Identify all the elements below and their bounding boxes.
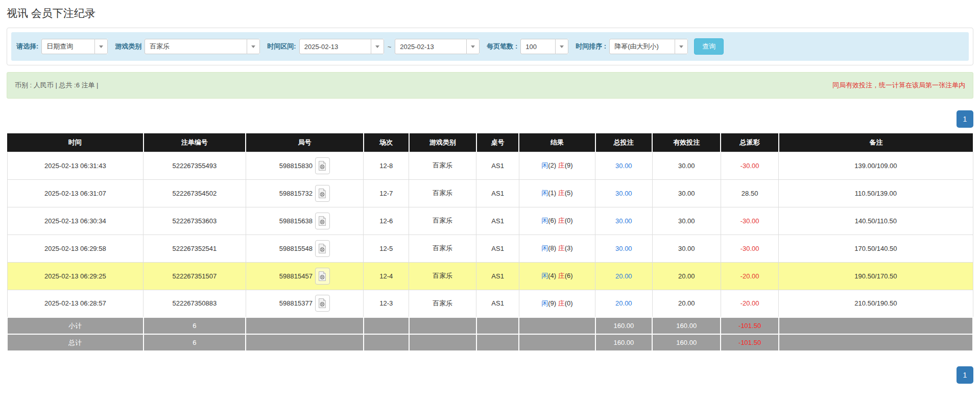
video-file-icon xyxy=(318,298,326,308)
result-banker-score: (0) xyxy=(565,217,573,224)
page-button-1[interactable]: 1 xyxy=(957,366,973,384)
round-id-text: 598815732 xyxy=(279,190,313,197)
result-player-label: 闲 xyxy=(541,299,548,307)
result-banker-label: 庄 xyxy=(558,161,565,169)
cell-session: 12-5 xyxy=(364,235,409,262)
cell-valid-bet: 30.00 xyxy=(652,207,721,235)
table-row: 2025-02-13 06:29:25522267351507598815457… xyxy=(7,262,973,290)
column-header: 备注 xyxy=(779,133,973,152)
round-id-text: 598815638 xyxy=(279,217,313,225)
result-banker-label: 庄 xyxy=(558,189,565,197)
result-banker-score: (0) xyxy=(565,299,573,307)
video-replay-button[interactable] xyxy=(315,240,330,257)
round-id-text: 598815457 xyxy=(279,272,313,280)
cell-table-no: AS1 xyxy=(476,207,519,235)
round-id-text: 598815377 xyxy=(279,299,313,307)
result-banker-score: (9) xyxy=(565,161,573,169)
footer-empty-cell xyxy=(476,317,519,334)
cell-total-bet[interactable]: 30.00 xyxy=(595,207,653,235)
round-id-text: 598815830 xyxy=(279,162,313,170)
cell-total-bet[interactable]: 20.00 xyxy=(595,262,653,290)
result-banker-label: 庄 xyxy=(558,272,565,279)
column-header: 注单编号 xyxy=(144,133,246,152)
cell-total-bet[interactable]: 20.00 xyxy=(595,290,653,317)
column-header: 结果 xyxy=(519,133,595,152)
cell-table-no: AS1 xyxy=(476,235,519,262)
result-player-score: (1) xyxy=(548,189,556,197)
cell-total-bet[interactable]: 30.00 xyxy=(595,179,653,207)
cell-bet-id: 522267353603 xyxy=(144,207,246,235)
game-type-value: 百家乐 xyxy=(145,39,247,54)
page-title: 视讯 会员下注纪录 xyxy=(7,6,973,20)
cell-valid-bet: 20.00 xyxy=(652,290,721,317)
cell-total-bet[interactable]: 30.00 xyxy=(595,152,653,179)
result-player-score: (9) xyxy=(548,299,556,307)
column-header: 游戏类别 xyxy=(409,133,476,152)
result-player-label: 闲 xyxy=(541,161,548,169)
chevron-down-icon[interactable] xyxy=(466,39,480,54)
cell-result: 闲(8) 庄(3) xyxy=(519,235,595,262)
page-button-1[interactable]: 1 xyxy=(957,110,973,128)
table-row: 2025-02-13 06:28:57522267350883598815377… xyxy=(7,290,973,317)
cell-total-bet[interactable]: 30.00 xyxy=(595,235,653,262)
footer-empty-cell xyxy=(779,317,973,334)
cell-round-id: 598815732 xyxy=(246,179,364,207)
search-button[interactable]: 查询 xyxy=(694,38,724,55)
sort-order-select[interactable]: 降幂(由大到小) xyxy=(609,39,688,54)
round-id-group: 598815732 xyxy=(279,185,330,202)
cell-table-no: AS1 xyxy=(476,290,519,317)
video-replay-button[interactable] xyxy=(315,295,330,312)
result-player-label: 闲 xyxy=(541,189,548,197)
query-type-select[interactable]: 日期查询 xyxy=(41,39,108,54)
query-type-value: 日期查询 xyxy=(41,39,94,54)
footer-payout: -101.50 xyxy=(721,334,778,351)
cell-payout: 28.50 xyxy=(721,179,778,207)
date-from-select[interactable]: 2025-02-13 xyxy=(299,39,384,54)
chevron-down-icon[interactable] xyxy=(555,39,568,54)
cell-payout: -20.00 xyxy=(721,290,778,317)
video-replay-button[interactable] xyxy=(315,157,330,174)
footer-total-bet: 160.00 xyxy=(595,334,653,351)
page-size-select[interactable]: 100 xyxy=(520,39,568,54)
footer-total-bet: 160.00 xyxy=(595,317,653,334)
filter-bar: 请选择: 日期查询 游戏类别 百家乐 时间区间: 2025-02-13 ~ 20… xyxy=(11,32,969,61)
column-header: 时间 xyxy=(7,133,144,152)
result-banker-score: (5) xyxy=(565,189,573,197)
round-id-group: 598815830 xyxy=(279,157,330,174)
video-replay-button[interactable] xyxy=(315,213,330,229)
cell-result: 闲(2) 庄(9) xyxy=(519,152,595,179)
summary-note: 同局有效投注，统一计算在该局第一张注单内 xyxy=(832,81,965,90)
cell-time: 2025-02-13 06:31:07 xyxy=(7,179,144,207)
cell-payout: -30.00 xyxy=(721,207,778,235)
chevron-down-icon[interactable] xyxy=(675,39,688,54)
cell-bet-id: 522267354502 xyxy=(144,179,246,207)
cell-session: 12-3 xyxy=(364,290,409,317)
video-file-icon xyxy=(318,161,326,171)
pagination-top: 1 xyxy=(7,110,973,128)
footer-empty-cell xyxy=(246,334,364,351)
total-row: 总计6160.00160.00-101.50 xyxy=(7,334,973,351)
result-player-label: 闲 xyxy=(541,272,548,279)
date-to-value: 2025-02-13 xyxy=(395,39,466,54)
cell-game-type: 百家乐 xyxy=(409,152,476,179)
chevron-down-icon[interactable] xyxy=(247,39,260,54)
video-replay-button[interactable] xyxy=(315,268,330,285)
footer-empty-cell xyxy=(519,317,595,334)
footer-label: 总计 xyxy=(7,334,144,351)
video-file-icon xyxy=(318,271,326,281)
footer-payout: -101.50 xyxy=(721,317,778,334)
cell-game-type: 百家乐 xyxy=(409,207,476,235)
round-id-group: 598815457 xyxy=(279,268,330,285)
game-type-select[interactable]: 百家乐 xyxy=(145,39,260,54)
cell-result: 闲(4) 庄(6) xyxy=(519,262,595,290)
result-banker-label: 庄 xyxy=(558,244,565,252)
round-id-group: 598815377 xyxy=(279,295,330,312)
chevron-down-icon[interactable] xyxy=(371,39,384,54)
summary-bar: 币别 : 人民币 | 总共 :6 注单 | 同局有效投注，统一计算在该局第一张注… xyxy=(7,72,973,99)
cell-bet-id: 522267350883 xyxy=(144,290,246,317)
video-replay-button[interactable] xyxy=(315,185,330,202)
column-header: 场次 xyxy=(364,133,409,152)
date-to-select[interactable]: 2025-02-13 xyxy=(395,39,480,54)
chevron-down-icon[interactable] xyxy=(94,39,108,54)
cell-bet-id: 522267352541 xyxy=(144,235,246,262)
